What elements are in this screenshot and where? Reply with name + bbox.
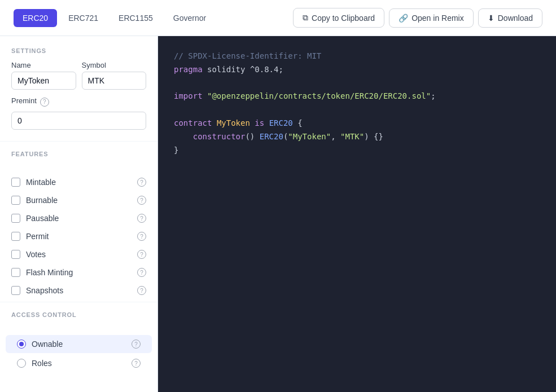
premint-row: Premint ? [11, 96, 146, 107]
ownable-label: Ownable [32, 340, 63, 349]
name-label: Name [11, 61, 76, 69]
symbol-field-group: Symbol [82, 61, 147, 90]
premint-input[interactable] [11, 112, 146, 130]
burnable-help-icon[interactable]: ? [137, 196, 146, 205]
roles-radio[interactable] [17, 359, 26, 368]
votes-help-icon[interactable]: ? [137, 250, 146, 259]
radio-roles[interactable]: Roles ? [6, 354, 152, 372]
feature-burnable[interactable]: Burnable ? [0, 191, 157, 209]
divider-features-access [0, 302, 157, 302]
ownable-radio-dot [19, 342, 24, 346]
roles-help-icon[interactable]: ? [132, 359, 141, 368]
symbol-label: Symbol [82, 61, 147, 69]
settings-section: SETTINGS Name Symbol Premint ? [0, 47, 157, 139]
header-actions: ⧉ Copy to Clipboard 🔗 Open in Remix ⬇ Do… [293, 8, 542, 28]
name-input[interactable] [11, 72, 76, 90]
feature-snapshots[interactable]: Snapshots ? [0, 281, 157, 299]
main-layout: SETTINGS Name Symbol Premint ? FEATURES [0, 36, 556, 392]
code-import-path: "@openzeppelin/contracts/token/ERC20/ERC… [207, 91, 431, 100]
pausable-label: Pausable [26, 214, 59, 223]
name-symbol-row: Name Symbol [11, 61, 146, 96]
code-constructor-call: ERC20 [260, 132, 283, 141]
mintable-checkbox[interactable] [11, 178, 20, 187]
features-title: FEATURES [11, 151, 146, 157]
premint-label: Premint [11, 96, 37, 105]
radio-ownable[interactable]: Ownable ? [6, 335, 152, 353]
open-in-remix-button[interactable]: 🔗 Open in Remix [389, 8, 474, 28]
divider-settings-features [0, 141, 157, 142]
copy-icon: ⧉ [303, 13, 308, 23]
tab-erc721[interactable]: ERC721 [59, 9, 107, 27]
permit-help-icon[interactable]: ? [137, 232, 146, 241]
feature-mintable[interactable]: Mintable ? [0, 173, 157, 191]
tab-governor[interactable]: Governor [164, 9, 215, 27]
snapshots-checkbox[interactable] [11, 286, 20, 295]
code-constructor-keyword: constructor [193, 132, 246, 141]
feature-permit[interactable]: Permit ? [0, 227, 157, 245]
name-field-group: Name [11, 61, 76, 90]
remix-icon: 🔗 [399, 14, 408, 23]
access-title: ACCESS CONTROL [11, 311, 146, 318]
ownable-help-icon[interactable]: ? [132, 340, 141, 349]
tab-erc20[interactable]: ERC20 [14, 9, 57, 27]
pausable-checkbox[interactable] [11, 214, 20, 223]
permit-checkbox[interactable] [11, 232, 20, 241]
ownable-radio[interactable] [17, 340, 26, 349]
code-pragma-version: ^0.8.4 [250, 65, 279, 74]
access-control-section: ACCESS CONTROL [0, 311, 157, 334]
feature-votes[interactable]: Votes ? [0, 245, 157, 263]
flash-minting-checkbox[interactable] [11, 268, 20, 277]
settings-title: SETTINGS [11, 47, 146, 54]
download-button[interactable]: ⬇ Download [478, 8, 542, 28]
header: ERC20 ERC721 ERC1155 Governor ⧉ Copy to … [0, 0, 556, 36]
code-content: // SPDX-License-Identifier: MIT pragma s… [174, 50, 540, 157]
premint-help-icon[interactable]: ? [40, 98, 49, 107]
flash-minting-help-icon[interactable]: ? [137, 268, 146, 277]
code-arg2: "MTK" [340, 132, 364, 141]
code-contract-name: MyToken [217, 118, 250, 127]
code-contract-type: ERC20 [269, 118, 293, 127]
tab-bar: ERC20 ERC721 ERC1155 Governor [14, 9, 215, 27]
votes-checkbox[interactable] [11, 250, 20, 259]
pausable-help-icon[interactable]: ? [137, 214, 146, 223]
burnable-checkbox[interactable] [11, 196, 20, 205]
code-is-keyword: is [255, 118, 264, 127]
code-license-comment: // SPDX-License-Identifier: MIT [174, 51, 321, 60]
permit-label: Permit [26, 232, 49, 241]
code-panel: // SPDX-License-Identifier: MIT pragma s… [158, 36, 556, 392]
feature-flash-minting[interactable]: Flash Minting ? [0, 263, 157, 281]
code-pragma-keyword: pragma [174, 65, 203, 74]
mintable-label: Mintable [26, 178, 56, 187]
copy-to-clipboard-button[interactable]: ⧉ Copy to Clipboard [293, 8, 384, 28]
tab-erc1155[interactable]: ERC1155 [110, 9, 162, 27]
votes-label: Votes [26, 250, 46, 259]
code-contract-keyword: contract [174, 118, 212, 127]
burnable-label: Burnable [26, 196, 58, 205]
mintable-help-icon[interactable]: ? [137, 178, 146, 187]
snapshots-help-icon[interactable]: ? [137, 286, 146, 295]
code-import-keyword: import [174, 91, 203, 100]
symbol-input[interactable] [82, 72, 147, 90]
feature-pausable[interactable]: Pausable ? [0, 209, 157, 227]
features-section: FEATURES [0, 151, 157, 173]
sidebar: SETTINGS Name Symbol Premint ? FEATURES [0, 36, 158, 392]
code-arg1: "MyToken" [288, 132, 331, 141]
roles-label: Roles [32, 359, 52, 368]
flash-minting-label: Flash Minting [26, 268, 73, 277]
download-icon: ⬇ [488, 14, 494, 23]
snapshots-label: Snapshots [26, 286, 63, 295]
